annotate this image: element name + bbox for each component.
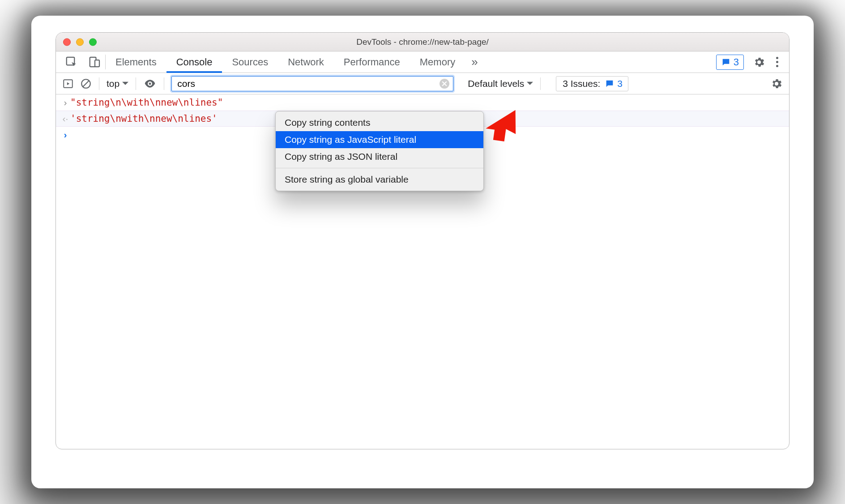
filter-input[interactable] — [177, 78, 437, 89]
more-tabs-button[interactable]: » — [465, 51, 484, 73]
console-toolbar: top Default levels 3 Issues: — [56, 73, 789, 94]
tab-console[interactable]: Console — [166, 51, 222, 73]
issues-count: 3 — [617, 78, 623, 89]
window-title: DevTools - chrome://new-tab-page/ — [56, 37, 789, 47]
svg-point-6 — [149, 82, 151, 85]
message-icon — [605, 79, 615, 89]
log-levels-label: Default levels — [468, 78, 524, 89]
tab-memory[interactable]: Memory — [410, 51, 465, 73]
messages-badge-count: 3 — [734, 56, 739, 68]
messages-badge[interactable]: 3 — [716, 55, 744, 70]
title-bar: DevTools - chrome://new-tab-page/ — [56, 33, 789, 51]
svg-line-5 — [83, 81, 89, 86]
menu-divider — [276, 168, 483, 168]
toggle-drawer-icon[interactable] — [62, 78, 74, 90]
menu-store-global-variable[interactable]: Store string as global variable — [276, 171, 483, 188]
filter-input-container — [171, 76, 453, 91]
devtools-window: DevTools - chrome://new-tab-page/ — [55, 32, 790, 449]
context-menu: Copy string contents Copy string as Java… — [275, 111, 484, 191]
chevron-down-icon — [122, 81, 128, 87]
context-selector[interactable]: top — [107, 78, 128, 89]
context-selector-label: top — [107, 78, 119, 89]
device-toolbar-icon[interactable] — [88, 56, 102, 69]
console-settings-icon[interactable] — [770, 77, 783, 90]
menu-copy-string-js-literal[interactable]: Copy string as JavaScript literal — [276, 131, 483, 148]
menu-copy-string-contents[interactable]: Copy string contents — [276, 114, 483, 131]
log-levels-selector[interactable]: Default levels — [468, 78, 533, 89]
console-body: › "string\n\with\nnew\nlines" ‹· 'string… — [56, 94, 789, 449]
live-expression-icon[interactable] — [143, 77, 157, 90]
chevron-down-icon — [527, 81, 533, 87]
zoom-window-button[interactable] — [89, 38, 97, 46]
close-window-button[interactable] — [63, 38, 71, 46]
minimize-window-button[interactable] — [76, 38, 84, 46]
settings-icon[interactable] — [753, 56, 765, 68]
issues-button[interactable]: 3 Issues: 3 — [556, 76, 628, 91]
clear-filter-icon[interactable] — [440, 79, 449, 89]
console-code: 'string\nwith\nnew\nlines' — [70, 113, 218, 124]
console-code: "string\n\with\nnew\nlines" — [70, 97, 223, 108]
clear-console-icon[interactable] — [80, 78, 92, 90]
output-arrow-icon: ‹· — [60, 113, 70, 124]
panel-tabs: Elements Console Sources Network Perform… — [56, 51, 789, 73]
prompt-arrow-icon: › — [60, 129, 70, 140]
tab-elements[interactable]: Elements — [106, 51, 166, 73]
tab-sources[interactable]: Sources — [222, 51, 278, 73]
menu-copy-string-json-literal[interactable]: Copy string as JSON literal — [276, 148, 483, 165]
svg-rect-2 — [95, 60, 99, 67]
tab-performance[interactable]: Performance — [334, 51, 410, 73]
traffic-lights — [63, 38, 97, 46]
annotation-arrow-icon — [482, 106, 522, 142]
inspect-element-icon[interactable] — [65, 56, 78, 69]
tab-network[interactable]: Network — [278, 51, 334, 73]
input-arrow-icon: › — [60, 97, 70, 108]
issues-label: 3 Issues: — [563, 78, 600, 89]
console-input-echo[interactable]: › "string\n\with\nnew\nlines" — [56, 94, 789, 111]
more-options-icon[interactable] — [774, 57, 780, 67]
